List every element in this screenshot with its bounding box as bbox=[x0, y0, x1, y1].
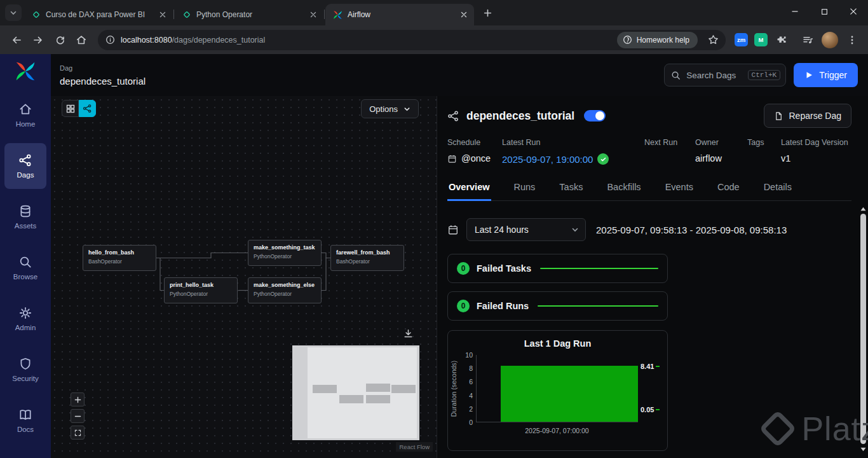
reload-button[interactable] bbox=[50, 30, 70, 50]
y-axis-tick: 10 bbox=[465, 351, 473, 359]
tab-close-icon[interactable] bbox=[459, 10, 469, 20]
tab-code[interactable]: Code bbox=[716, 178, 741, 201]
field-label: Owner bbox=[695, 138, 747, 147]
failed-runs-card[interactable]: 0 Failed Runs bbox=[447, 291, 668, 321]
sidebar-item-assets[interactable]: Assets bbox=[4, 194, 46, 240]
task-node-make-something-task[interactable]: make_something_task PythonOperator bbox=[248, 240, 322, 266]
y-axis-ticks: 0246810 bbox=[459, 355, 476, 422]
success-check-icon bbox=[597, 153, 609, 165]
sidebar-item-home[interactable]: Home bbox=[4, 92, 46, 138]
extension-zm-label: zm bbox=[737, 36, 745, 43]
tab-title: Curso de DAX para Power BI bbox=[46, 10, 153, 19]
trigger-dag-button[interactable]: Trigger bbox=[794, 63, 858, 87]
zoom-in-button[interactable] bbox=[71, 392, 85, 406]
tab-backfills[interactable]: Backfills bbox=[606, 178, 642, 201]
tab-title: Airflow bbox=[348, 10, 454, 19]
fit-view-button[interactable] bbox=[71, 426, 85, 440]
zoom-out-button[interactable] bbox=[71, 409, 85, 423]
extension-m-label: M bbox=[759, 36, 764, 43]
app-header: Dag dependeces_tutorial Search Dags Ctrl… bbox=[51, 54, 868, 96]
failed-runs-count-badge: 0 bbox=[457, 300, 470, 312]
site-info-icon[interactable] bbox=[105, 35, 115, 45]
sidebar-item-security[interactable]: Security bbox=[4, 347, 46, 392]
task-node-print-hello-task[interactable]: print_hello_task PythonOperator bbox=[164, 277, 238, 303]
sidebar-item-label: Docs bbox=[17, 426, 34, 433]
tab-close-icon[interactable] bbox=[308, 10, 318, 20]
minimize-button[interactable] bbox=[780, 0, 810, 23]
time-range-select[interactable]: Last 24 hours bbox=[466, 218, 586, 241]
sidebar-item-admin[interactable]: Admin bbox=[4, 296, 46, 342]
media-controls-icon[interactable] bbox=[798, 31, 817, 50]
url-path: /dags/dependeces_tutorial bbox=[172, 36, 266, 45]
profile-avatar[interactable] bbox=[822, 32, 838, 48]
task-name: make_something_task bbox=[254, 244, 316, 251]
browser-menu-kebab-icon[interactable] bbox=[843, 31, 862, 50]
task-node-farewell-from-bash[interactable]: farewell_from_bash BashOperator bbox=[330, 245, 404, 271]
search-dags-input[interactable]: Search Dags Ctrl+K bbox=[664, 64, 786, 87]
home-button[interactable] bbox=[71, 30, 92, 50]
reparse-dag-button[interactable]: Reparse Dag bbox=[764, 104, 852, 128]
y-axis-label: Duration (seconds) bbox=[448, 355, 459, 422]
new-tab-button[interactable] bbox=[479, 4, 496, 21]
tab-runs[interactable]: Runs bbox=[513, 178, 537, 201]
airflow-logo[interactable] bbox=[15, 60, 36, 82]
dag-run-bar[interactable] bbox=[501, 366, 638, 422]
scroll-down-icon[interactable] bbox=[860, 446, 866, 452]
tab-overview[interactable]: Overview bbox=[447, 178, 491, 201]
close-window-button[interactable] bbox=[839, 0, 868, 23]
task-node-hello-from-bash[interactable]: hello_from_bash BashOperator bbox=[83, 245, 156, 271]
graph-view-button[interactable] bbox=[79, 100, 96, 117]
scrollbar-thumb[interactable] bbox=[860, 214, 866, 444]
url-host: localhost:8080 bbox=[121, 36, 172, 45]
task-name: print_hello_task bbox=[170, 282, 232, 288]
tab-details[interactable]: Details bbox=[763, 178, 793, 201]
task-name: make_something_else bbox=[254, 282, 316, 288]
maximize-button[interactable] bbox=[810, 0, 839, 23]
grid-view-button[interactable] bbox=[62, 100, 79, 117]
tab-tasks[interactable]: Tasks bbox=[558, 178, 584, 201]
calendar-icon bbox=[447, 224, 459, 235]
task-node-make-something-else[interactable]: make_something_else PythonOperator bbox=[248, 277, 322, 303]
scroll-up-icon[interactable] bbox=[860, 205, 866, 212]
graph-options-button[interactable]: Options bbox=[361, 99, 419, 118]
tab-events[interactable]: Events bbox=[664, 178, 695, 201]
sidebar-item-browse[interactable]: Browse bbox=[4, 245, 46, 291]
tab-search-button[interactable] bbox=[5, 4, 22, 21]
overview-scrollbar[interactable] bbox=[859, 205, 867, 452]
back-button[interactable] bbox=[6, 30, 27, 50]
download-graph-icon[interactable] bbox=[403, 328, 414, 339]
dag-pause-toggle[interactable] bbox=[584, 110, 606, 121]
field-label: Tags bbox=[747, 138, 781, 147]
search-icon bbox=[671, 71, 681, 80]
forward-button[interactable] bbox=[28, 30, 48, 50]
extension-m-badge[interactable]: M bbox=[754, 33, 768, 46]
page-title: dependeces_tutorial bbox=[60, 76, 146, 87]
sidebar-item-docs[interactable]: Docs bbox=[4, 398, 46, 443]
browser-toolbar: localhost:8080/dags/dependeces_tutorial … bbox=[0, 25, 868, 54]
y-axis-tick: 2 bbox=[469, 405, 473, 413]
react-flow-attribution[interactable]: React Flow bbox=[396, 442, 433, 452]
graph-minimap[interactable] bbox=[292, 345, 419, 440]
minimap-node bbox=[339, 395, 363, 403]
dag-eyebrow: Dag bbox=[60, 64, 146, 72]
reparse-dag-label: Reparse Dag bbox=[789, 111, 842, 121]
book-icon bbox=[18, 408, 32, 422]
homework-help-label: Homework help bbox=[637, 36, 689, 45]
failed-runs-sparkline bbox=[538, 305, 658, 307]
field-schedule: Schedule @once bbox=[447, 138, 502, 165]
bookmark-star-icon[interactable] bbox=[703, 31, 722, 50]
owner-value: airflow bbox=[695, 153, 722, 163]
extensions-puzzle-icon[interactable] bbox=[771, 31, 790, 50]
failed-tasks-card[interactable]: 0 Failed Tasks bbox=[447, 254, 668, 283]
latest-run-link[interactable]: 2025-09-07, 19:00:00 bbox=[502, 154, 593, 165]
overview-filter-row: Last 24 hours 2025-09-07, 09:58:13 - 202… bbox=[447, 218, 851, 241]
browser-tab-2[interactable]: Python Operator bbox=[175, 4, 323, 25]
address-bar[interactable]: localhost:8080/dags/dependeces_tutorial … bbox=[98, 30, 726, 50]
sidebar-item-dags[interactable]: Dags bbox=[4, 143, 46, 189]
browser-tab-1[interactable]: Curso de DAX para Power BI bbox=[24, 4, 173, 25]
homework-help-button[interactable]: Homework help bbox=[617, 32, 698, 48]
task-name: hello_from_bash bbox=[88, 249, 151, 256]
browser-tab-airflow[interactable]: Airflow bbox=[325, 4, 474, 25]
tab-close-icon[interactable] bbox=[158, 10, 168, 20]
extension-zm-badge[interactable]: zm bbox=[735, 33, 748, 46]
